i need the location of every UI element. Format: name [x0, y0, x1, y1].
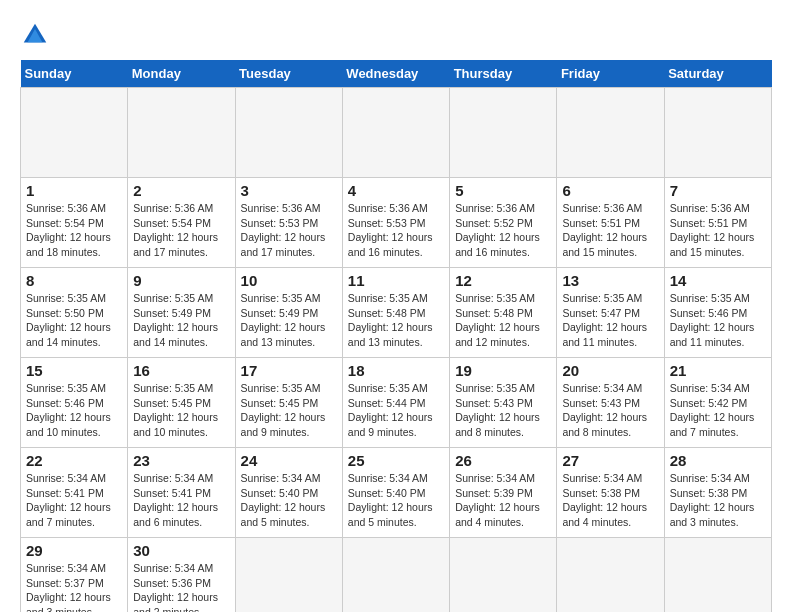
day-number: 25	[348, 452, 444, 469]
table-row	[664, 88, 771, 178]
week-row: 22Sunrise: 5:34 AM Sunset: 5:41 PM Dayli…	[21, 448, 772, 538]
table-row: 16Sunrise: 5:35 AM Sunset: 5:45 PM Dayli…	[128, 358, 235, 448]
day-number: 6	[562, 182, 658, 199]
col-wednesday: Wednesday	[342, 60, 449, 88]
table-row	[21, 88, 128, 178]
day-number: 29	[26, 542, 122, 559]
col-thursday: Thursday	[450, 60, 557, 88]
table-row: 29Sunrise: 5:34 AM Sunset: 5:37 PM Dayli…	[21, 538, 128, 613]
table-row	[557, 88, 664, 178]
table-row: 28Sunrise: 5:34 AM Sunset: 5:38 PM Dayli…	[664, 448, 771, 538]
day-info: Sunrise: 5:35 AM Sunset: 5:45 PM Dayligh…	[241, 381, 337, 440]
col-sunday: Sunday	[21, 60, 128, 88]
table-row	[342, 538, 449, 613]
day-info: Sunrise: 5:35 AM Sunset: 5:44 PM Dayligh…	[348, 381, 444, 440]
day-info: Sunrise: 5:34 AM Sunset: 5:39 PM Dayligh…	[455, 471, 551, 530]
day-info: Sunrise: 5:36 AM Sunset: 5:53 PM Dayligh…	[241, 201, 337, 260]
day-number: 20	[562, 362, 658, 379]
day-info: Sunrise: 5:35 AM Sunset: 5:50 PM Dayligh…	[26, 291, 122, 350]
day-info: Sunrise: 5:34 AM Sunset: 5:37 PM Dayligh…	[26, 561, 122, 612]
day-info: Sunrise: 5:34 AM Sunset: 5:41 PM Dayligh…	[133, 471, 229, 530]
day-number: 22	[26, 452, 122, 469]
table-row: 19Sunrise: 5:35 AM Sunset: 5:43 PM Dayli…	[450, 358, 557, 448]
day-number: 2	[133, 182, 229, 199]
day-number: 9	[133, 272, 229, 289]
day-info: Sunrise: 5:35 AM Sunset: 5:47 PM Dayligh…	[562, 291, 658, 350]
day-info: Sunrise: 5:34 AM Sunset: 5:40 PM Dayligh…	[241, 471, 337, 530]
day-number: 5	[455, 182, 551, 199]
day-info: Sunrise: 5:34 AM Sunset: 5:40 PM Dayligh…	[348, 471, 444, 530]
calendar-table: Sunday Monday Tuesday Wednesday Thursday…	[20, 60, 772, 612]
day-number: 12	[455, 272, 551, 289]
day-number: 17	[241, 362, 337, 379]
day-info: Sunrise: 5:35 AM Sunset: 5:48 PM Dayligh…	[455, 291, 551, 350]
table-row: 25Sunrise: 5:34 AM Sunset: 5:40 PM Dayli…	[342, 448, 449, 538]
table-row	[664, 538, 771, 613]
day-info: Sunrise: 5:34 AM Sunset: 5:43 PM Dayligh…	[562, 381, 658, 440]
day-number: 4	[348, 182, 444, 199]
day-number: 3	[241, 182, 337, 199]
day-info: Sunrise: 5:35 AM Sunset: 5:43 PM Dayligh…	[455, 381, 551, 440]
table-row: 15Sunrise: 5:35 AM Sunset: 5:46 PM Dayli…	[21, 358, 128, 448]
day-info: Sunrise: 5:36 AM Sunset: 5:53 PM Dayligh…	[348, 201, 444, 260]
week-row: 15Sunrise: 5:35 AM Sunset: 5:46 PM Dayli…	[21, 358, 772, 448]
table-row: 5Sunrise: 5:36 AM Sunset: 5:52 PM Daylig…	[450, 178, 557, 268]
day-number: 30	[133, 542, 229, 559]
table-row: 30Sunrise: 5:34 AM Sunset: 5:36 PM Dayli…	[128, 538, 235, 613]
day-number: 10	[241, 272, 337, 289]
table-row	[128, 88, 235, 178]
table-row: 14Sunrise: 5:35 AM Sunset: 5:46 PM Dayli…	[664, 268, 771, 358]
col-friday: Friday	[557, 60, 664, 88]
day-info: Sunrise: 5:35 AM Sunset: 5:46 PM Dayligh…	[26, 381, 122, 440]
table-row: 11Sunrise: 5:35 AM Sunset: 5:48 PM Dayli…	[342, 268, 449, 358]
table-row	[235, 538, 342, 613]
day-number: 1	[26, 182, 122, 199]
day-number: 14	[670, 272, 766, 289]
table-row: 8Sunrise: 5:35 AM Sunset: 5:50 PM Daylig…	[21, 268, 128, 358]
table-row: 4Sunrise: 5:36 AM Sunset: 5:53 PM Daylig…	[342, 178, 449, 268]
table-row: 2Sunrise: 5:36 AM Sunset: 5:54 PM Daylig…	[128, 178, 235, 268]
table-row: 13Sunrise: 5:35 AM Sunset: 5:47 PM Dayli…	[557, 268, 664, 358]
table-row: 12Sunrise: 5:35 AM Sunset: 5:48 PM Dayli…	[450, 268, 557, 358]
day-number: 15	[26, 362, 122, 379]
day-number: 16	[133, 362, 229, 379]
day-info: Sunrise: 5:34 AM Sunset: 5:41 PM Dayligh…	[26, 471, 122, 530]
table-row: 21Sunrise: 5:34 AM Sunset: 5:42 PM Dayli…	[664, 358, 771, 448]
day-info: Sunrise: 5:34 AM Sunset: 5:38 PM Dayligh…	[670, 471, 766, 530]
day-number: 8	[26, 272, 122, 289]
table-row: 3Sunrise: 5:36 AM Sunset: 5:53 PM Daylig…	[235, 178, 342, 268]
table-row: 24Sunrise: 5:34 AM Sunset: 5:40 PM Dayli…	[235, 448, 342, 538]
table-row	[450, 88, 557, 178]
page-header	[20, 20, 772, 50]
col-saturday: Saturday	[664, 60, 771, 88]
day-number: 24	[241, 452, 337, 469]
day-info: Sunrise: 5:34 AM Sunset: 5:42 PM Dayligh…	[670, 381, 766, 440]
table-row: 18Sunrise: 5:35 AM Sunset: 5:44 PM Dayli…	[342, 358, 449, 448]
day-info: Sunrise: 5:35 AM Sunset: 5:48 PM Dayligh…	[348, 291, 444, 350]
table-row: 20Sunrise: 5:34 AM Sunset: 5:43 PM Dayli…	[557, 358, 664, 448]
table-row: 22Sunrise: 5:34 AM Sunset: 5:41 PM Dayli…	[21, 448, 128, 538]
day-number: 7	[670, 182, 766, 199]
table-row: 1Sunrise: 5:36 AM Sunset: 5:54 PM Daylig…	[21, 178, 128, 268]
table-row: 26Sunrise: 5:34 AM Sunset: 5:39 PM Dayli…	[450, 448, 557, 538]
day-number: 23	[133, 452, 229, 469]
col-tuesday: Tuesday	[235, 60, 342, 88]
week-row: 1Sunrise: 5:36 AM Sunset: 5:54 PM Daylig…	[21, 178, 772, 268]
table-row	[235, 88, 342, 178]
day-info: Sunrise: 5:36 AM Sunset: 5:51 PM Dayligh…	[670, 201, 766, 260]
day-info: Sunrise: 5:36 AM Sunset: 5:54 PM Dayligh…	[26, 201, 122, 260]
day-number: 11	[348, 272, 444, 289]
logo	[20, 20, 52, 50]
day-number: 21	[670, 362, 766, 379]
day-number: 13	[562, 272, 658, 289]
table-row: 6Sunrise: 5:36 AM Sunset: 5:51 PM Daylig…	[557, 178, 664, 268]
day-number: 18	[348, 362, 444, 379]
table-row	[557, 538, 664, 613]
day-number: 19	[455, 362, 551, 379]
day-info: Sunrise: 5:35 AM Sunset: 5:45 PM Dayligh…	[133, 381, 229, 440]
day-info: Sunrise: 5:34 AM Sunset: 5:36 PM Dayligh…	[133, 561, 229, 612]
day-info: Sunrise: 5:35 AM Sunset: 5:46 PM Dayligh…	[670, 291, 766, 350]
day-number: 26	[455, 452, 551, 469]
table-row: 17Sunrise: 5:35 AM Sunset: 5:45 PM Dayli…	[235, 358, 342, 448]
day-number: 27	[562, 452, 658, 469]
